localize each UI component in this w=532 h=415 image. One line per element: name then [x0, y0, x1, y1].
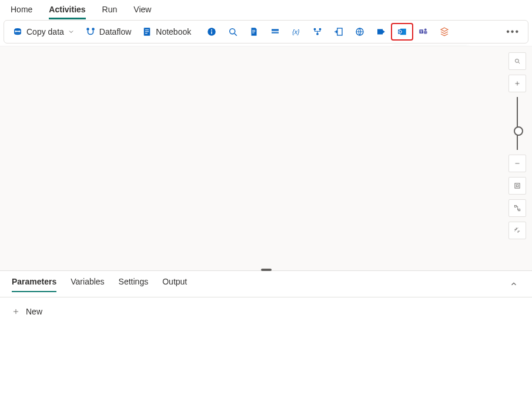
variable-icon: {x}	[291, 26, 302, 37]
tab-settings[interactable]: Settings	[119, 277, 149, 292]
zoom-in-button[interactable]	[508, 75, 526, 92]
svg-rect-36	[515, 183, 520, 188]
bottom-panel-tabs: Parameters Variables Settings Output	[0, 271, 532, 297]
script-button[interactable]	[244, 24, 264, 39]
svg-rect-30	[424, 31, 427, 34]
auto-align-button[interactable]	[508, 199, 526, 217]
svg-point-21	[316, 33, 319, 35]
tab-activities[interactable]: Activities	[49, 4, 85, 19]
svg-line-12	[235, 34, 237, 36]
notebook-label: Notebook	[156, 27, 191, 36]
svg-rect-17	[272, 32, 279, 34]
outlook-button[interactable]	[392, 24, 412, 39]
svg-text:T: T	[420, 30, 423, 34]
chevron-down-icon	[68, 28, 75, 35]
web-button[interactable]	[350, 24, 370, 39]
lookup-icon	[333, 26, 344, 37]
svg-rect-7	[145, 33, 148, 34]
variable-button[interactable]: {x}	[286, 24, 306, 39]
svg-point-19	[314, 28, 316, 31]
new-parameter-label: New	[26, 307, 42, 316]
panel-splitter[interactable]	[0, 270, 532, 271]
dataflow-icon	[85, 26, 96, 37]
search-icon	[227, 26, 238, 37]
copy-data-icon	[12, 26, 23, 37]
parameters-panel: New	[0, 297, 532, 415]
invoke-pipeline-button[interactable]	[307, 24, 327, 39]
info-button[interactable]	[202, 24, 222, 39]
dataflow-label: Dataflow	[99, 27, 131, 36]
svg-point-29	[424, 28, 427, 31]
svg-point-3	[92, 28, 95, 31]
svg-point-20	[319, 28, 322, 31]
toolbar-container: Copy data Dataflow Notebook	[0, 18, 532, 46]
svg-point-1	[15, 32, 21, 35]
fit-to-screen-button[interactable]	[508, 177, 526, 195]
collapse-panel-button[interactable]	[507, 277, 520, 292]
ribbon-tabs: Home Activities Run View	[0, 0, 532, 18]
svg-rect-16	[272, 29, 279, 31]
svg-point-11	[230, 29, 235, 34]
pipeline-canvas[interactable]	[0, 46, 532, 270]
tab-output[interactable]: Output	[162, 277, 187, 292]
notebook-icon	[142, 26, 152, 37]
script-icon	[249, 26, 259, 37]
info-icon	[206, 26, 217, 37]
tab-variables[interactable]: Variables	[71, 277, 104, 292]
zoom-slider[interactable]	[517, 97, 518, 150]
copy-data-label: Copy data	[26, 27, 64, 36]
svg-point-31	[516, 59, 519, 63]
svg-text:{x}: {x}	[292, 28, 300, 35]
activities-toolbar: Copy data Dataflow Notebook	[4, 20, 528, 43]
globe-icon	[354, 26, 365, 37]
outlook-icon	[397, 26, 407, 37]
webhook-button[interactable]	[371, 24, 391, 39]
svg-rect-37	[516, 185, 518, 187]
fullscreen-collapse-button[interactable]	[508, 222, 526, 239]
pipeline-icon	[312, 26, 323, 37]
search-button[interactable]	[223, 24, 243, 39]
svg-point-9	[211, 29, 212, 31]
svg-line-32	[518, 62, 520, 63]
canvas-controls	[508, 52, 526, 239]
more-icon: •••	[506, 26, 520, 37]
lookup-button[interactable]	[329, 24, 349, 39]
tab-home[interactable]: Home	[11, 4, 32, 19]
stored-procedure-icon	[270, 26, 280, 37]
svg-rect-10	[211, 31, 212, 34]
stack-button[interactable]	[434, 24, 454, 39]
svg-rect-5	[145, 29, 149, 30]
svg-point-2	[86, 28, 89, 31]
svg-point-0	[15, 28, 21, 31]
svg-rect-22	[337, 28, 342, 35]
svg-rect-15	[252, 33, 255, 34]
new-parameter-button[interactable]: New	[12, 307, 42, 316]
canvas-search-button[interactable]	[508, 52, 526, 70]
more-button[interactable]: •••	[501, 24, 524, 39]
stored-procedure-button[interactable]	[265, 24, 285, 39]
tab-run[interactable]: Run	[102, 4, 118, 19]
svg-rect-38	[514, 205, 516, 207]
stack-icon	[439, 26, 450, 37]
svg-rect-14	[252, 31, 255, 32]
tab-view[interactable]: View	[133, 4, 151, 19]
svg-rect-39	[518, 209, 520, 211]
teams-button[interactable]: T	[413, 24, 433, 39]
copy-data-button[interactable]: Copy data	[8, 24, 79, 39]
svg-rect-6	[145, 31, 149, 32]
webhook-icon	[376, 26, 386, 37]
zoom-out-button[interactable]	[508, 155, 526, 172]
dataflow-button[interactable]: Dataflow	[81, 24, 136, 39]
tab-parameters[interactable]: Parameters	[12, 277, 56, 292]
teams-icon: T	[418, 26, 429, 37]
svg-rect-13	[252, 30, 255, 31]
notebook-button[interactable]: Notebook	[137, 24, 196, 39]
